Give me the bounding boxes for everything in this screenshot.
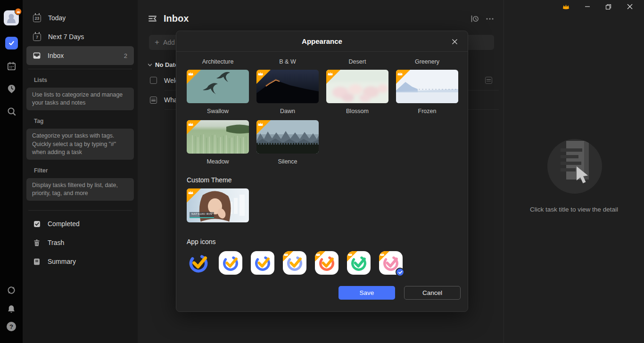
theme-name: Dawn <box>256 108 319 115</box>
notifications-button[interactable] <box>0 303 23 315</box>
theme-dawn-thumbnail[interactable] <box>256 70 319 103</box>
sidebar-item-label: Inbox <box>48 52 64 59</box>
sync-button[interactable] <box>0 284 23 296</box>
sidebar-divider <box>28 69 132 69</box>
nav-search[interactable] <box>0 105 23 117</box>
minimize-button[interactable] <box>577 0 598 13</box>
app-icon-option-5[interactable] <box>315 251 339 275</box>
task-checkbox[interactable] <box>150 77 157 84</box>
account-avatar[interactable] <box>0 10 23 25</box>
premium-crown-badge <box>315 251 325 261</box>
collapse-sidebar-icon[interactable] <box>148 14 157 24</box>
crown-icon <box>562 3 570 10</box>
group-header-label: No Date <box>155 61 178 68</box>
tag-hint-card: Categorize your tasks with tags. Quickly… <box>26 129 134 160</box>
crown-icon <box>188 122 194 126</box>
theme-cell-blossom: Desert <box>326 55 388 115</box>
help-icon: ? <box>7 322 16 331</box>
list-header-actions <box>470 14 494 23</box>
task-detail-panel: Click task title to view the detail <box>504 0 644 343</box>
theme-cell-dawn: B & W <box>256 55 319 115</box>
theme-cell-silence: Silence <box>256 120 319 166</box>
theme-name: Blossom <box>326 108 388 115</box>
ticktick-logo-icon <box>283 251 306 275</box>
calendar-icon <box>5 60 17 72</box>
premium-crown-badge <box>347 251 357 261</box>
nav-tasks[interactable] <box>0 37 23 49</box>
premium-crown-badge <box>256 70 271 84</box>
sidebar: 23 Today 7 Next 7 Days Inbox 2 Lists Use… <box>23 0 138 343</box>
crown-icon <box>283 253 289 256</box>
theme-cell-meadow: Meadow <box>187 120 249 166</box>
crown-icon <box>188 190 194 195</box>
premium-crown-badge <box>283 251 293 261</box>
crown-icon <box>315 253 321 256</box>
empty-state-text: Click task title to view the detail <box>504 206 644 213</box>
theme-frozen-thumbnail[interactable] <box>396 70 458 103</box>
sync-icon <box>5 284 17 296</box>
close-dialog-button[interactable] <box>450 37 459 46</box>
sidebar-item-summary[interactable]: Summary <box>26 252 134 271</box>
bell-icon <box>5 303 17 315</box>
lists-hint-card: Use lists to categorize and manage your … <box>26 88 134 110</box>
section-title-filter[interactable]: Filter <box>34 167 126 174</box>
section-title-tag[interactable]: Tag <box>34 118 126 124</box>
sidebar-item-next7days[interactable]: 7 Next 7 Days <box>26 27 134 46</box>
avatar[interactable] <box>4 10 19 25</box>
chevron-down-icon <box>148 63 152 67</box>
dialog-footer: Save Cancel <box>187 286 457 300</box>
more-options-icon[interactable] <box>486 15 494 23</box>
app-window: ? 23 Today 7 Next 7 Days Inbox 2 Lists U… <box>0 0 644 343</box>
note-indicator-icon <box>484 77 492 84</box>
cancel-button[interactable]: Cancel <box>404 286 461 300</box>
theme-name: Frozen <box>396 108 458 115</box>
premium-crown-badge <box>379 251 389 261</box>
crown-icon <box>397 72 403 76</box>
summary-doc-icon <box>33 258 41 265</box>
nav-calendar[interactable] <box>0 60 23 72</box>
premium-crown-badge <box>256 120 271 134</box>
app-icon-option-7-selected[interactable] <box>379 251 403 275</box>
sidebar-item-label: Today <box>48 14 66 22</box>
premium-crown-button[interactable] <box>555 0 577 13</box>
theme-name: Swallow <box>187 108 249 115</box>
theme-category: B & W <box>256 58 319 66</box>
plus-icon: + <box>155 38 159 46</box>
nav-focus[interactable] <box>0 82 23 95</box>
appearance-dialog: Appearance Architecture <box>176 31 468 312</box>
crown-icon <box>327 72 333 76</box>
section-title-lists[interactable]: Lists <box>34 77 126 83</box>
app-icon-option-1[interactable] <box>187 251 210 275</box>
app-icon-option-2[interactable] <box>219 251 242 275</box>
custom-theme-thumbnail[interactable]: NATSUKI RIN <box>187 188 249 222</box>
theme-blossom-thumbnail[interactable] <box>326 70 388 103</box>
theme-meadow-thumbnail[interactable] <box>187 120 249 154</box>
sidebar-item-completed[interactable]: Completed <box>26 214 134 233</box>
restore-button[interactable] <box>598 0 619 13</box>
theme-category: Desert <box>326 58 388 66</box>
theme-swallow-thumbnail[interactable] <box>187 70 249 103</box>
premium-crown-badge <box>187 188 201 203</box>
app-icon-option-3[interactable] <box>251 251 274 275</box>
ticktick-logo-icon <box>315 251 339 275</box>
sidebar-item-inbox[interactable]: Inbox 2 <box>26 46 134 65</box>
group-header-no-date[interactable]: No Date <box>148 61 178 68</box>
theme-silence-thumbnail[interactable] <box>256 120 319 154</box>
premium-crown-badge <box>396 70 410 84</box>
theme-grid: Architecture Swallow <box>187 55 457 171</box>
sort-by-time-icon[interactable] <box>470 14 479 23</box>
app-icon-option-6[interactable] <box>347 251 371 275</box>
app-icon-option-4[interactable] <box>283 251 306 275</box>
tasks-check-icon <box>5 37 18 49</box>
sidebar-item-trash[interactable]: Trash <box>26 233 134 252</box>
sidebar-item-today[interactable]: 23 Today <box>26 8 134 27</box>
app-icons-title: App icons <box>187 238 457 245</box>
sidebar-item-label: Completed <box>48 220 80 228</box>
help-button[interactable]: ? <box>0 322 23 331</box>
custom-theme-title: Custom Theme <box>187 176 457 184</box>
crown-icon <box>257 72 264 76</box>
dialog-title: Appearance <box>302 37 342 45</box>
save-button[interactable]: Save <box>339 286 395 300</box>
theme-category: Architecture <box>187 58 249 66</box>
close-window-button[interactable] <box>619 0 640 13</box>
